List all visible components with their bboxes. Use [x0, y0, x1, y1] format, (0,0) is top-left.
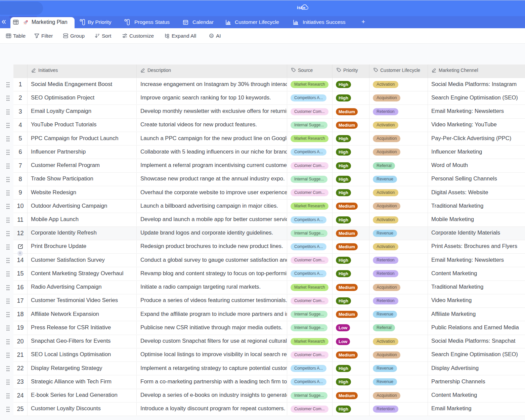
- svg-text:AI: AI: [211, 35, 213, 37]
